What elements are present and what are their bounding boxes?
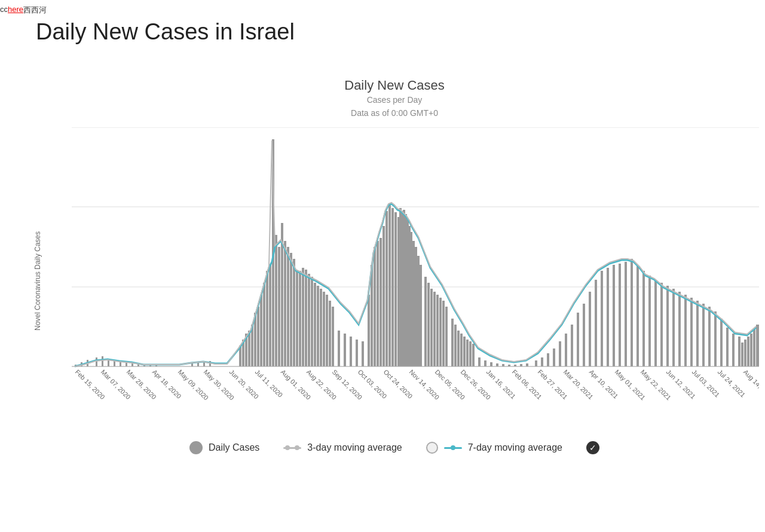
svg-rect-97 (463, 337, 466, 366)
svg-rect-86 (427, 283, 430, 366)
svg-rect-121 (601, 271, 603, 366)
page-title: Daily New Cases in Israel (36, 19, 295, 45)
chart-svg: 0 5k 10k 15k (72, 127, 759, 432)
svg-rect-117 (577, 313, 579, 366)
svg-rect-44 (293, 259, 295, 366)
svg-rect-127 (637, 266, 639, 366)
svg-rect-53 (320, 289, 322, 366)
svg-rect-72 (394, 212, 397, 366)
legend-daily-cases-label: Daily Cases (209, 442, 259, 453)
svg-rect-89 (436, 295, 439, 366)
svg-rect-134 (678, 292, 681, 366)
svg-rect-143 (732, 334, 735, 366)
svg-rect-34 (263, 283, 265, 366)
svg-rect-96 (460, 334, 463, 366)
svg-rect-94 (454, 325, 457, 366)
y-axis-label: Novel Coronavirus Daily Cases (33, 231, 42, 331)
svg-rect-49 (308, 274, 310, 366)
svg-rect-110 (535, 360, 537, 366)
svg-rect-136 (690, 298, 693, 366)
svg-rect-115 (565, 334, 567, 366)
svg-rect-109 (526, 363, 528, 366)
svg-rect-68 (382, 226, 385, 366)
svg-rect-105 (502, 364, 504, 366)
svg-rect-100 (472, 344, 475, 366)
svg-rect-116 (571, 325, 573, 366)
svg-rect-42 (287, 247, 289, 366)
legend-seven-day: 7-day moving average (426, 442, 562, 454)
svg-rect-38 (275, 235, 277, 366)
legend-daily-cases-icon (189, 441, 203, 454)
svg-rect-48 (305, 270, 307, 366)
legend-three-day: 3-day moving average (283, 442, 402, 453)
svg-rect-41 (284, 241, 286, 366)
svg-rect-125 (625, 262, 627, 366)
svg-rect-70 (388, 205, 391, 366)
svg-rect-123 (613, 265, 615, 366)
svg-rect-66 (377, 241, 379, 366)
svg-rect-61 (356, 340, 358, 366)
svg-rect-35 (266, 271, 268, 366)
svg-rect-119 (589, 292, 591, 366)
chart-subtitle1: Cases per Day (36, 93, 753, 106)
daily-cases-bars (75, 139, 759, 366)
svg-rect-114 (559, 341, 561, 366)
svg-rect-95 (457, 331, 460, 366)
legend-checkbox-item[interactable] (586, 441, 599, 454)
svg-rect-60 (350, 337, 352, 366)
svg-rect-120 (595, 280, 597, 366)
chart-container: Daily New Cases Cases per Day Data as of… (36, 78, 753, 472)
svg-rect-93 (451, 319, 454, 366)
svg-rect-142 (726, 328, 729, 366)
svg-rect-71 (391, 208, 394, 366)
svg-rect-112 (547, 353, 549, 366)
svg-rect-140 (714, 311, 717, 366)
svg-rect-83 (417, 256, 420, 366)
svg-rect-144 (738, 337, 740, 366)
svg-rect-104 (496, 363, 498, 366)
svg-rect-139 (708, 307, 711, 366)
svg-rect-52 (317, 286, 319, 366)
svg-rect-55 (326, 295, 328, 366)
chart-area: Novel Coronavirus Daily Cases 0 5k 10k 1… (36, 127, 753, 435)
svg-rect-67 (380, 238, 382, 366)
svg-rect-118 (583, 304, 585, 366)
svg-rect-46 (299, 271, 301, 366)
svg-rect-84 (420, 265, 422, 366)
svg-rect-36 (269, 265, 271, 366)
watermark: cc here 西西河 (0, 5, 47, 16)
svg-rect-103 (490, 362, 492, 366)
watermark-cn: 西西河 (23, 5, 47, 16)
svg-rect-133 (672, 289, 675, 366)
svg-rect-150 (756, 325, 759, 366)
svg-rect-130 (654, 280, 657, 366)
svg-rect-69 (385, 211, 388, 366)
svg-rect-145 (741, 343, 743, 366)
svg-rect-57 (332, 307, 334, 366)
svg-rect-45 (296, 271, 298, 366)
svg-rect-101 (478, 357, 481, 366)
svg-rect-126 (631, 259, 633, 366)
watermark-here: here (8, 5, 23, 16)
svg-rect-39 (278, 247, 280, 366)
svg-rect-87 (430, 289, 433, 366)
svg-rect-65 (374, 247, 376, 366)
legend-checkbox-icon[interactable] (586, 441, 599, 454)
svg-rect-124 (619, 264, 621, 366)
svg-rect-62 (362, 341, 364, 366)
svg-rect-135 (684, 295, 687, 366)
svg-rect-59 (344, 334, 346, 366)
svg-rect-138 (702, 304, 705, 366)
svg-rect-92 (445, 307, 448, 366)
legend: Daily Cases 3-day moving average 7-day m… (36, 441, 753, 454)
svg-rect-51 (314, 283, 316, 366)
svg-rect-128 (642, 271, 645, 366)
svg-rect-91 (442, 301, 445, 366)
svg-rect-80 (410, 232, 412, 366)
svg-rect-12 (102, 356, 103, 366)
chart-header: Daily New Cases Cases per Day Data as of… (36, 78, 753, 120)
svg-rect-81 (412, 241, 415, 366)
svg-rect-141 (720, 319, 723, 366)
svg-rect-63 (368, 295, 370, 366)
svg-rect-47 (302, 268, 304, 366)
